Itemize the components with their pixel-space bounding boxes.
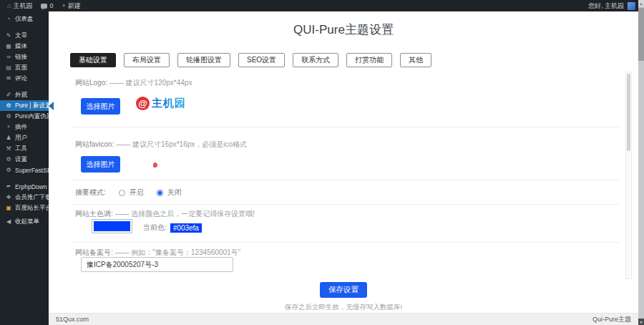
icp-hint: —— 例如："豫备案号：1234560001号": [115, 248, 241, 256]
current-color-row: 当前色: #003efa: [143, 223, 202, 233]
window-scrollbar[interactable]: ▲ ▼: [638, 0, 644, 325]
sidebar-item-comments[interactable]: ✉ 评论: [0, 73, 49, 84]
color-swatch-fill: [94, 221, 130, 231]
color-label-text: 网站主色调:: [75, 210, 113, 218]
divider: [70, 127, 620, 127]
content-scrollbar[interactable]: [625, 72, 632, 279]
sidebar-item-posts[interactable]: ✎ 文章: [0, 30, 49, 41]
admin-bar: ⌂ 主机园 0 + 新建 您好, 主机园: [0, 0, 644, 11]
summary-on-radio[interactable]: [119, 190, 125, 196]
gear-icon: ⚙: [5, 113, 12, 120]
settings-tabs: 基础设置 布局设置 轮播图设置 SEO设置 联系方式 打赏功能 其他: [70, 53, 431, 67]
divider: [70, 204, 620, 205]
logo-label-text: 网站Logo:: [75, 79, 107, 87]
sidebar-item-platform[interactable]: ▣ 百度站长平台: [0, 203, 49, 213]
tab-contact[interactable]: 联系方式: [293, 53, 338, 67]
sidebar-item-tools[interactable]: ⚒ 工具: [0, 143, 49, 154]
site-menu[interactable]: ⌂ 主机园: [3, 0, 36, 11]
sidebar-item-label: 会员推广下载: [15, 193, 49, 202]
users-icon: ♟: [5, 135, 12, 141]
footer-site-link[interactable]: 51Qux.com: [56, 316, 89, 323]
seo-gear-icon: ⚙: [5, 167, 12, 173]
tab-layout-settings[interactable]: 布局设置: [124, 53, 170, 67]
new-content-menu[interactable]: + 新建: [57, 0, 84, 11]
sidebar-item-users[interactable]: ♟ 用户: [0, 132, 49, 143]
sidebar-item-collapse-menu[interactable]: ◀ 收起菜单: [0, 216, 49, 227]
sidebar-item-label: 百度站长平台: [15, 204, 49, 213]
sidebar-item-label: Pure内置伪原创: [15, 112, 49, 121]
color-hint: —— 选择颜色之后，一定要记得保存设置哦!: [115, 210, 255, 218]
sidebar-item-label: 评论: [15, 74, 27, 83]
current-color-value: #003efa: [170, 223, 202, 233]
media-icon: ▦: [5, 43, 12, 49]
sidebar-item-label: 文章: [15, 31, 27, 40]
sidebar-item-plugins[interactable]: ⚡ 插件: [0, 122, 49, 132]
color-field-label: 网站主色调: —— 选择颜色之后，一定要记得保存设置哦!: [75, 209, 255, 219]
gear-icon: ⚙: [5, 102, 12, 109]
sidebar-item-dashboard[interactable]: ◔ 仪表盘: [0, 14, 49, 24]
dashboard-icon: ◔: [5, 16, 12, 22]
site-logo-text: 主机园: [152, 97, 186, 110]
summary-off-radio[interactable]: [157, 190, 163, 196]
links-icon: ∞: [5, 54, 12, 60]
sidebar-item-links[interactable]: ∞ 链接: [0, 52, 49, 62]
active-menu-arrow: [49, 102, 54, 110]
scroll-down-icon[interactable]: ▼: [638, 319, 644, 325]
sidebar-item-label: 工具: [15, 145, 27, 153]
user-greeting[interactable]: 您好, 主机园: [588, 1, 624, 11]
favicon-select-image-button[interactable]: 选择图片: [81, 156, 120, 173]
plus-icon: +: [62, 3, 65, 9]
scroll-up-icon[interactable]: ▲: [638, 0, 644, 6]
color-picker-swatch[interactable]: [92, 219, 132, 233]
tab-basic-settings[interactable]: 基础设置: [70, 53, 116, 67]
settings-icon: ⚙: [5, 156, 12, 162]
plugins-icon: ⚡: [5, 124, 12, 130]
sidebar-item-member-download[interactable]: ❖ 会员推广下载: [0, 192, 49, 203]
tab-donate[interactable]: 打赏功能: [346, 53, 392, 67]
window-scrollbar-thumb[interactable]: [638, 8, 644, 61]
member-icon: ❖: [5, 194, 12, 200]
tab-carousel-settings[interactable]: 轮播图设置: [177, 53, 230, 67]
sidebar-item-appearance[interactable]: ✐ 外观: [0, 89, 49, 100]
appearance-icon: ✐: [5, 92, 12, 98]
sidebar-item-settings[interactable]: ⚙ 设置: [0, 154, 49, 165]
summary-on-label: 开启: [130, 188, 144, 198]
favicon-hint: —— 建议尺寸16px*16px，必须是ico格式: [116, 140, 247, 148]
sidebar-item-label: 链接: [15, 53, 27, 62]
divider: [70, 180, 620, 180]
sidebar-item-pages[interactable]: ▤ 页面: [0, 62, 49, 73]
logo-select-image-button[interactable]: 选择图片: [81, 98, 120, 115]
save-settings-button[interactable]: 保存设置: [320, 282, 367, 298]
page-title: QUI-Pure主题设置: [49, 21, 638, 38]
summary-off-label: 关闭: [167, 188, 182, 198]
icp-number-input[interactable]: [81, 257, 233, 272]
wordpress-admin-screen: ⌂ 主机园 0 + 新建 您好, 主机园 ◔ 仪表盘 ✎ 文章 ▦ 媒体: [0, 0, 644, 325]
sidebar-item-media[interactable]: ▦ 媒体: [0, 41, 49, 52]
collapse-icon: ◀: [5, 218, 12, 225]
logo-preview: @ 主机园: [136, 97, 186, 110]
tab-other[interactable]: 其他: [400, 53, 431, 67]
logo-field-label: 网站Logo: —— 建议尺寸120px*44px: [75, 78, 192, 88]
tab-seo-settings[interactable]: SEO设置: [238, 53, 285, 67]
favicon-label-text: 网站favicon:: [75, 140, 114, 148]
comments-shortcut[interactable]: 0: [36, 0, 57, 11]
pages-icon: ▤: [5, 64, 12, 71]
sidebar-item-label: SuperFastSEO: [15, 167, 49, 174]
sidebar-item-label: 仪表盘: [15, 15, 34, 24]
sidebar-item-pure-builtin[interactable]: ⚙ Pure内置伪原创: [0, 111, 49, 122]
sidebar-item-erphpdown[interactable]: ✒ ErphpDown: [0, 181, 49, 192]
sidebar-item-label: ErphpDown: [15, 183, 47, 190]
icp-field-label: 网站备案号: —— 例如："豫备案号：1234560001号": [75, 248, 240, 258]
comments-icon: ✉: [5, 75, 12, 82]
theme-settings-panel: QUI-Pure主题设置 基础设置 布局设置 轮播图设置 SEO设置 联系方式 …: [49, 11, 638, 313]
sidebar-item-pure-settings[interactable]: ⚙ Pure | 新设置: [0, 100, 49, 111]
sidebar-item-superfastseo[interactable]: ⚙ SuperFastSEO: [0, 165, 49, 175]
comment-bubble-icon: [41, 4, 47, 9]
content-scrollbar-thumb[interactable]: [627, 74, 630, 151]
new-label: 新建: [68, 1, 81, 11]
sidebar-item-label: 外观: [15, 91, 27, 100]
sidebar-item-label: 设置: [15, 155, 27, 164]
sidebar-item-label: 收起菜单: [15, 218, 39, 226]
avatar[interactable]: [628, 2, 635, 10]
site-logo-swirl-icon: @: [136, 97, 150, 110]
